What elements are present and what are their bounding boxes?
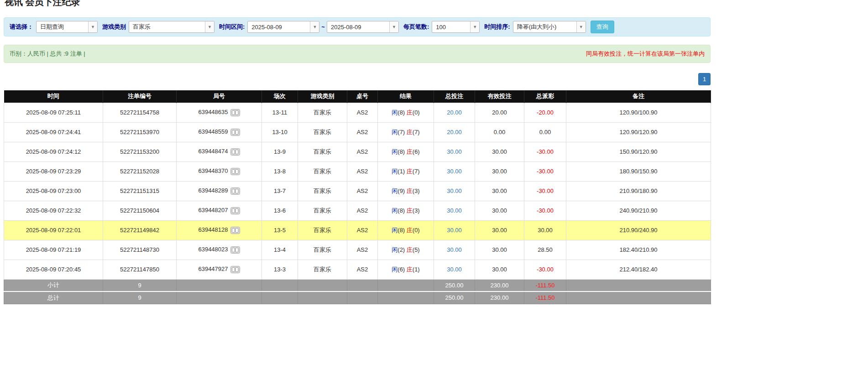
note-cell: 212.40/182.40	[566, 260, 711, 279]
round-id: 639448289	[198, 187, 228, 194]
table-row: 2025-08-09 07:24:41 522721153970 6394485…	[4, 122, 711, 142]
bet-id-cell: 522721153970	[103, 122, 177, 142]
round-cell: 639448289	[177, 181, 262, 201]
session-cell: 13-5	[262, 220, 298, 240]
total-bet-link[interactable]: 30.00	[447, 187, 462, 194]
caret-down-icon: ▼	[470, 21, 479, 32]
table-row: 2025-08-09 07:25:11 522721154758 6394486…	[4, 103, 711, 122]
table-row: 2025-08-09 07:23:29 522721152028 6394483…	[4, 161, 711, 181]
table-row: 2025-08-09 07:22:01 522721149842 6394481…	[4, 220, 711, 240]
column-header: 备注	[566, 90, 711, 103]
result-cell: 闲(8) 庄(6)	[378, 142, 434, 161]
total-count: 9	[103, 291, 177, 304]
bet-records-table: 时间注单编号局号场次游戏类别桌号结果总投注有效投注总派彩备注 2025-08-0…	[4, 90, 711, 304]
round-cell: 639448474	[177, 142, 262, 161]
round-id: 639448474	[198, 148, 228, 155]
round-cell: 639448023	[177, 240, 262, 260]
sort-select[interactable]: 降幂(由大到小) ▼	[513, 21, 586, 33]
summary-bar: 币别：人民币 | 总共 :9 注单 | 同局有效投注，统一计算在该局第一张注单内	[4, 45, 711, 63]
round-replay-icon[interactable]	[230, 148, 240, 156]
total-bet-link[interactable]: 30.00	[447, 148, 462, 155]
total-bet-cell: 30.00	[434, 201, 475, 220]
payout-cell: 28.50	[524, 240, 566, 260]
round-replay-icon[interactable]	[230, 207, 240, 214]
round-replay-icon[interactable]	[230, 266, 240, 273]
table-no-cell: AS2	[347, 122, 378, 142]
result-banker-score: (0)	[413, 109, 420, 116]
result-player-score: (1)	[397, 168, 405, 175]
subtotal-label: 小计	[4, 279, 103, 291]
page-title-clip: 视讯 会员下注纪录	[4, 0, 711, 8]
payout-cell: 30.00	[524, 220, 566, 240]
result-player-score: (7)	[397, 129, 405, 135]
date-to-select[interactable]: 2025-08-09 ▼	[327, 21, 399, 33]
round-replay-icon[interactable]	[230, 187, 240, 195]
page-number-button[interactable]: 1	[698, 73, 711, 85]
game-type-cell: 百家乐	[298, 161, 347, 181]
payout-cell: -20.00	[524, 103, 566, 122]
time-cell: 2025-08-09 07:21:19	[4, 240, 103, 260]
time-cell: 2025-08-09 07:22:32	[4, 201, 103, 220]
empty-cell	[566, 279, 711, 291]
total-bet-link[interactable]: 30.00	[447, 168, 462, 175]
note-cell: 210.90/240.90	[566, 220, 711, 240]
session-cell: 13-7	[262, 181, 298, 201]
result-banker-score: (1)	[413, 266, 420, 273]
round-id: 639448370	[198, 167, 228, 174]
total-bet-cell: 30.00	[434, 181, 475, 201]
total-bet-link[interactable]: 30.00	[447, 246, 462, 253]
round-replay-icon[interactable]	[230, 129, 240, 136]
game-type-cell: 百家乐	[298, 240, 347, 260]
caret-down-icon: ▼	[310, 21, 319, 32]
result-player-label: 闲	[392, 227, 397, 234]
date-from-select[interactable]: 2025-08-09 ▼	[247, 21, 319, 33]
result-player-label: 闲	[392, 168, 397, 175]
result-player-label: 闲	[392, 109, 397, 116]
valid-bet-cell: 30.00	[475, 201, 524, 220]
total-bet-cell: 30.00	[434, 220, 475, 240]
result-player-score: (6)	[397, 266, 405, 273]
round-replay-icon[interactable]	[230, 246, 240, 254]
time-range-label: 时间区间:	[219, 23, 245, 31]
table-no-cell: AS2	[347, 201, 378, 220]
total-bet-link[interactable]: 30.00	[447, 227, 462, 234]
note-cell: 180.90/150.90	[566, 161, 711, 181]
round-replay-icon[interactable]	[230, 109, 240, 116]
query-type-select[interactable]: 日期查询 ▼	[36, 21, 98, 33]
game-type-label: 游戏类别	[102, 23, 126, 31]
result-player-score: (9)	[397, 187, 405, 194]
total-row: 总计 9 250.00 230.00 -111.50	[4, 291, 711, 304]
note-cell: 120.90/120.90	[566, 122, 711, 142]
total-bet-link[interactable]: 30.00	[447, 266, 462, 273]
result-player-label: 闲	[392, 148, 397, 155]
round-cell: 639448128	[177, 220, 262, 240]
result-player-score: (8)	[397, 109, 405, 116]
round-id: 639448023	[198, 246, 228, 253]
page-size-select[interactable]: 100 ▼	[432, 21, 480, 33]
payout-cell: -30.00	[524, 181, 566, 201]
total-bet-link[interactable]: 30.00	[447, 207, 462, 214]
result-banker-score: (3)	[413, 187, 420, 194]
bet-id-cell: 522721150604	[103, 201, 177, 220]
result-banker-label: 庄	[407, 187, 413, 194]
total-bet-link[interactable]: 20.00	[447, 109, 462, 116]
round-replay-icon[interactable]	[230, 227, 240, 234]
note-cell: 120.90/100.90	[566, 103, 711, 122]
empty-cell	[298, 279, 347, 291]
result-banker-score: (7)	[413, 168, 420, 175]
sort-label: 时间排序:	[484, 23, 510, 31]
search-button[interactable]: 查询	[591, 21, 614, 33]
empty-cell	[262, 291, 298, 304]
round-cell: 639448559	[177, 122, 262, 142]
total-bet-link[interactable]: 20.00	[447, 129, 462, 135]
session-cell: 13-11	[262, 103, 298, 122]
valid-bet-cell: 20.00	[475, 103, 524, 122]
subtotal-payout: -111.50	[524, 279, 566, 291]
round-replay-icon[interactable]	[230, 168, 240, 175]
total-label: 总计	[4, 291, 103, 304]
caret-down-icon: ▼	[576, 21, 586, 32]
time-cell: 2025-08-09 07:24:41	[4, 122, 103, 142]
subtotal-valid-bet: 230.00	[475, 279, 524, 291]
game-type-select[interactable]: 百家乐 ▼	[129, 21, 214, 33]
game-type-value: 百家乐	[129, 23, 154, 31]
